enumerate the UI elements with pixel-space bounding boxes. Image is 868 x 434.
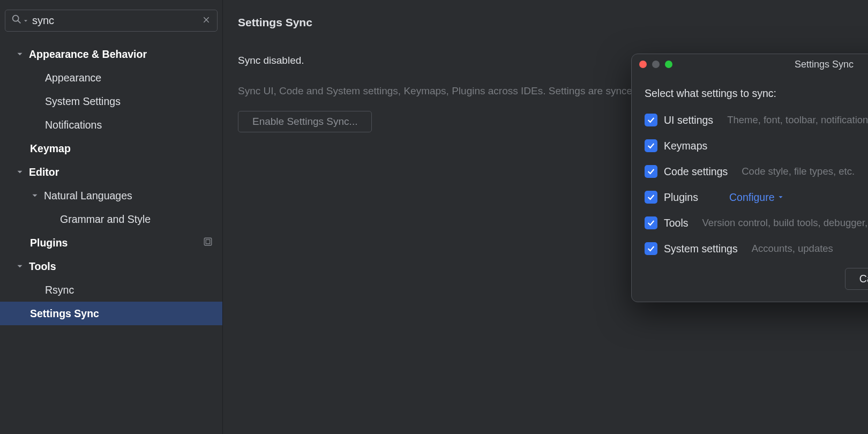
chevron-down-icon [777,193,784,201]
checkbox[interactable] [645,216,657,229]
tree-item-label: Appearance & Behavior [29,48,147,61]
search-box[interactable] [5,10,218,32]
tree-item[interactable]: Rsync [0,278,222,302]
tree-item[interactable]: Plugins [0,231,222,255]
tree-item[interactable]: Appearance & Behavior [0,42,222,66]
clear-search-button[interactable] [201,14,212,27]
window-minimize-icon[interactable] [652,61,660,68]
option-hint: Theme, font, toolbar, notifications, etc… [727,114,868,126]
tree-item[interactable]: System Settings [0,89,222,113]
cancel-button[interactable]: Cancel [845,268,868,290]
tree-item[interactable]: Appearance [0,66,222,89]
check-icon [647,141,655,150]
settings-tree: Appearance & BehaviorAppearanceSystem Se… [0,37,222,434]
tree-item[interactable]: Natural Languages [0,184,222,207]
checkbox[interactable] [645,139,657,152]
chevron-down-icon [30,191,40,200]
sync-option-row: UI settingsTheme, font, toolbar, notific… [645,114,868,126]
close-icon [202,16,211,26]
sync-option-row: ToolsVersion control, build tools, debug… [645,216,868,229]
tree-item-label: Tools [29,260,56,273]
settings-sync-dialog: Settings Sync Select what settings to sy… [631,54,868,302]
svg-point-0 [13,16,19,21]
check-icon [647,167,655,176]
tree-item-label: System Settings [45,95,121,108]
option-label: System settings [664,243,738,255]
chevron-down-icon [15,261,25,271]
page-title: Settings Sync [238,16,857,29]
checkbox[interactable] [645,242,657,255]
tree-item-label: Settings Sync [30,308,99,320]
tree-item-label: Plugins [30,237,68,249]
chevron-down-icon [15,167,25,177]
option-label: Code settings [664,166,728,178]
option-label: UI settings [664,114,713,126]
sync-option-row: System settingsAccounts, updates [645,242,868,255]
option-label: Plugins [664,191,698,204]
dialog-heading: Select what settings to sync: [645,87,868,100]
enable-settings-sync-button[interactable]: Enable Settings Sync... [238,111,372,132]
tree-item-label: Notifications [45,119,102,131]
checkbox[interactable] [645,191,657,204]
tree-item-label: Rsync [45,284,74,296]
tree-item-label: Editor [29,166,59,178]
search-icon [11,13,23,28]
option-hint: Version control, build tools, debugger, … [702,217,868,229]
option-hint: Accounts, updates [752,243,833,255]
chevron-down-icon [15,49,25,59]
sync-option-row: PluginsConfigure [645,191,868,204]
settings-main: Settings Sync Sync disabled. Sync UI, Co… [223,0,868,434]
configure-link[interactable]: Configure [729,191,784,204]
tree-item[interactable]: Editor [0,160,222,184]
tree-item-label: Appearance [45,72,101,84]
option-label: Tools [664,217,689,229]
dialog-titlebar[interactable]: Settings Sync [632,54,868,74]
sync-option-row: Keymaps [645,139,868,152]
check-icon [647,193,655,201]
window-close-icon[interactable] [639,61,647,68]
checkbox[interactable] [645,114,657,126]
sync-option-row: Code settingsCode style, file types, etc… [645,165,868,178]
tree-item[interactable]: Keymap [0,137,222,160]
tree-item-label: Grammar and Style [60,213,151,226]
chevron-down-icon[interactable] [23,15,29,27]
settings-sidebar: Appearance & BehaviorAppearanceSystem Se… [0,0,223,434]
checkbox[interactable] [645,165,657,178]
option-label: Keymaps [664,140,707,152]
plugins-indicator-icon [203,237,213,246]
tree-item[interactable]: Grammar and Style [0,207,222,231]
window-zoom-icon[interactable] [665,61,672,68]
tree-item-label: Natural Languages [44,190,132,202]
check-icon [647,116,655,124]
svg-rect-5 [206,240,210,244]
tree-item[interactable]: Settings Sync [0,302,222,325]
svg-rect-4 [204,238,212,245]
search-input[interactable] [32,14,201,27]
check-icon [647,244,655,253]
check-icon [647,219,655,227]
option-hint: Code style, file types, etc. [742,166,855,177]
tree-item-label: Keymap [30,143,71,155]
svg-line-1 [18,20,20,23]
tree-item[interactable]: Notifications [0,113,222,137]
tree-item[interactable]: Tools [0,255,222,278]
